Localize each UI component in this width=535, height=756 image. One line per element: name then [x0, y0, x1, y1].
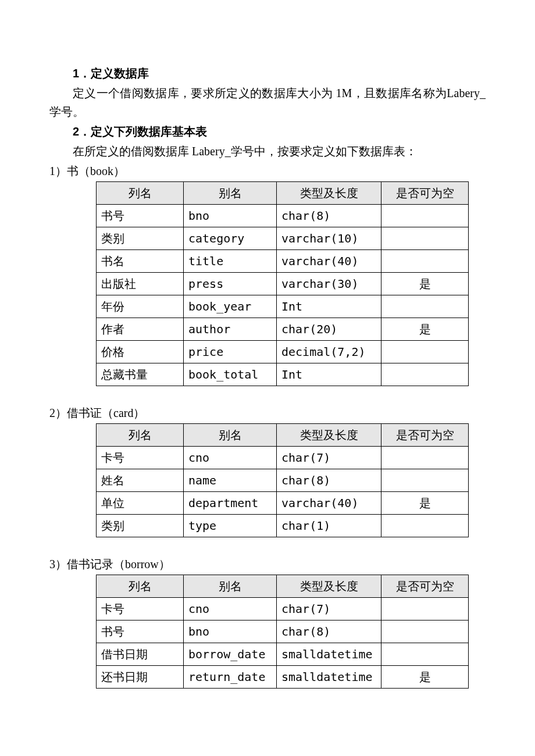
col-type-cell: char(8) — [277, 469, 381, 492]
section-1-heading: 1．定义数据库 — [49, 64, 486, 83]
col-name-cell: 单位 — [97, 492, 184, 515]
col-alias-cell: name — [184, 469, 277, 492]
table-row: 书号bnochar(8) — [97, 205, 469, 227]
table-header-cell: 类型及长度 — [277, 182, 381, 205]
table-wrap: 列名别名类型及长度是否可为空书号bnochar(8)类别categoryvarc… — [96, 181, 486, 386]
col-nullable-cell — [381, 598, 469, 621]
col-type-cell: varchar(40) — [277, 250, 381, 273]
table-row: 姓名namechar(8) — [97, 469, 469, 492]
table-row: 总藏书量book_totalInt — [97, 363, 469, 386]
section-2-paragraph: 在所定义的借阅数据库 Labery_学号中，按要求定义如下数据库表： — [49, 142, 486, 161]
col-alias-cell: book_year — [184, 295, 277, 318]
col-alias-cell: book_total — [184, 363, 277, 386]
table-header-cell: 别名 — [184, 575, 277, 598]
col-alias-cell: department — [184, 492, 277, 515]
table-header-cell: 别名 — [184, 182, 277, 205]
col-type-cell: char(1) — [277, 515, 381, 537]
table-header-cell: 列名 — [97, 424, 184, 447]
col-type-cell: char(7) — [277, 447, 381, 469]
table-wrap: 列名别名类型及长度是否可为空卡号cnochar(7)书号bnochar(8)借书… — [96, 575, 486, 689]
col-name-cell: 年份 — [97, 295, 184, 318]
col-type-cell: char(7) — [277, 598, 381, 621]
schema-table: 列名别名类型及长度是否可为空卡号cnochar(7)姓名namechar(8)单… — [96, 423, 469, 537]
col-nullable-cell — [381, 643, 469, 666]
table-header-row: 列名别名类型及长度是否可为空 — [97, 575, 469, 598]
col-type-cell: char(8) — [277, 621, 381, 643]
col-alias-cell: press — [184, 273, 277, 295]
col-nullable-cell — [381, 447, 469, 469]
col-name-cell: 价格 — [97, 341, 184, 363]
table-row: 作者authorchar(20)是 — [97, 318, 469, 341]
col-type-cell: varchar(40) — [277, 492, 381, 515]
col-nullable-cell: 是 — [381, 492, 469, 515]
col-alias-cell: title — [184, 250, 277, 273]
col-name-cell: 类别 — [97, 227, 184, 250]
col-type-cell: smalldatetime — [277, 666, 381, 689]
col-nullable-cell — [381, 205, 469, 227]
col-nullable-cell — [381, 341, 469, 363]
col-type-cell: smalldatetime — [277, 643, 381, 666]
col-name-cell: 类别 — [97, 515, 184, 537]
col-type-cell: char(8) — [277, 205, 381, 227]
table-header-row: 列名别名类型及长度是否可为空 — [97, 424, 469, 447]
section-2-heading: 2．定义下列数据库基本表 — [49, 122, 486, 141]
col-name-cell: 书号 — [97, 621, 184, 643]
col-name-cell: 书号 — [97, 205, 184, 227]
table-wrap: 列名别名类型及长度是否可为空卡号cnochar(7)姓名namechar(8)单… — [96, 423, 486, 537]
col-nullable-cell — [381, 621, 469, 643]
table-header-cell: 别名 — [184, 424, 277, 447]
table-row: 借书日期borrow_datesmalldatetime — [97, 643, 469, 666]
table-row: 类别typechar(1) — [97, 515, 469, 537]
table-row: 还书日期return_datesmalldatetime是 — [97, 666, 469, 689]
table-header-cell: 是否可为空 — [381, 182, 469, 205]
col-name-cell: 卡号 — [97, 598, 184, 621]
col-name-cell: 姓名 — [97, 469, 184, 492]
col-nullable-cell — [381, 227, 469, 250]
table-row: 单位departmentvarchar(40)是 — [97, 492, 469, 515]
schema-table: 列名别名类型及长度是否可为空书号bnochar(8)类别categoryvarc… — [96, 181, 469, 386]
table-label: 1）书（book） — [49, 162, 486, 180]
table-row: 卡号cnochar(7) — [97, 598, 469, 621]
table-row: 类别categoryvarchar(10) — [97, 227, 469, 250]
col-alias-cell: borrow_date — [184, 643, 277, 666]
col-name-cell: 书名 — [97, 250, 184, 273]
table-header-cell: 列名 — [97, 575, 184, 598]
table-label: 2）借书证（card） — [49, 404, 486, 422]
table-label: 3）借书记录（borrow） — [49, 555, 486, 573]
col-alias-cell: type — [184, 515, 277, 537]
col-alias-cell: author — [184, 318, 277, 341]
col-type-cell: varchar(10) — [277, 227, 381, 250]
table-header-cell: 列名 — [97, 182, 184, 205]
col-alias-cell: bno — [184, 621, 277, 643]
table-row: 年份book_yearInt — [97, 295, 469, 318]
table-header-row: 列名别名类型及长度是否可为空 — [97, 182, 469, 205]
table-header-cell: 类型及长度 — [277, 424, 381, 447]
section-1-paragraph: 定义一个借阅数据库，要求所定义的数据库大小为 1M，且数据库名称为Labery_… — [49, 84, 486, 121]
table-header-cell: 是否可为空 — [381, 575, 469, 598]
col-nullable-cell: 是 — [381, 666, 469, 689]
table-row: 价格pricedecimal(7,2) — [97, 341, 469, 363]
table-row: 卡号cnochar(7) — [97, 447, 469, 469]
col-name-cell: 出版社 — [97, 273, 184, 295]
col-alias-cell: cno — [184, 447, 277, 469]
col-name-cell: 还书日期 — [97, 666, 184, 689]
col-type-cell: varchar(30) — [277, 273, 381, 295]
col-type-cell: Int — [277, 295, 381, 318]
schema-table: 列名别名类型及长度是否可为空卡号cnochar(7)书号bnochar(8)借书… — [96, 575, 469, 689]
col-name-cell: 作者 — [97, 318, 184, 341]
col-nullable-cell: 是 — [381, 318, 469, 341]
table-header-cell: 是否可为空 — [381, 424, 469, 447]
col-nullable-cell — [381, 515, 469, 537]
col-type-cell: Int — [277, 363, 381, 386]
col-alias-cell: return_date — [184, 666, 277, 689]
col-alias-cell: price — [184, 341, 277, 363]
table-header-cell: 类型及长度 — [277, 575, 381, 598]
table-row: 书名titlevarchar(40) — [97, 250, 469, 273]
col-name-cell: 总藏书量 — [97, 363, 184, 386]
col-type-cell: char(20) — [277, 318, 381, 341]
col-nullable-cell: 是 — [381, 273, 469, 295]
col-type-cell: decimal(7,2) — [277, 341, 381, 363]
col-name-cell: 借书日期 — [97, 643, 184, 666]
col-alias-cell: cno — [184, 598, 277, 621]
col-alias-cell: category — [184, 227, 277, 250]
